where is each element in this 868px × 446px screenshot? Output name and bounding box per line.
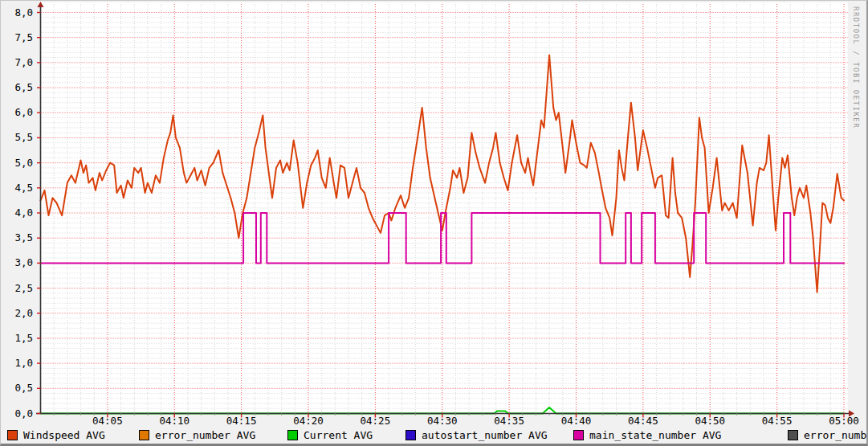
x-axis-label: 04:25	[361, 415, 391, 427]
legend-swatch-icon	[788, 430, 798, 440]
x-axis-label: 04:20	[293, 415, 324, 427]
legend-item-autostart-number-avg: autostart_number AVG	[405, 428, 548, 442]
legend-swatch-icon	[139, 430, 149, 440]
x-axis-label: 05:00	[829, 415, 859, 427]
y-axis-label: 2,0	[14, 307, 33, 319]
legend-label: main_state_number AVG	[589, 429, 721, 441]
legend-swatch-icon	[405, 430, 416, 440]
legend-swatch-icon	[287, 430, 298, 440]
x-axis-label: 04:45	[628, 415, 658, 427]
y-axis-label: 5,5	[14, 131, 33, 143]
y-axis-label: 2,5	[14, 282, 33, 294]
x-axis-label: 04:10	[159, 415, 189, 427]
legend-item-error-number-avg: error_number AVG	[139, 428, 255, 442]
y-axis-label: 1,0	[14, 357, 33, 369]
x-axis-label: 04:35	[494, 415, 524, 427]
legend-item-main-state-number-avg: main_state_number AVG	[573, 428, 721, 442]
y-axis-label: 4,5	[14, 182, 33, 194]
y-axis-label: 0,0	[14, 407, 33, 419]
y-axis-label: 4,0	[14, 207, 33, 219]
y-axis-label: 7,0	[14, 56, 33, 68]
legend-item-error-number-avg: error_number AVG	[788, 428, 868, 442]
rrdtool-watermark: RRDTOOL / TOBI OETIKER	[852, 6, 860, 129]
y-axis-label: 7,5	[14, 31, 33, 43]
x-axis-label: 04:40	[561, 415, 592, 427]
y-axis-label: 3,0	[14, 256, 33, 268]
legend-swatch-icon	[7, 430, 18, 440]
x-axis-label: 04:50	[695, 415, 725, 427]
legend-label: Current AVG	[304, 429, 373, 441]
x-axis-label: 04:30	[427, 415, 458, 427]
legend-swatch-icon	[573, 430, 584, 440]
chart-canvas: 0,00,51,01,52,02,53,03,54,04,55,05,56,06…	[1, 1, 868, 428]
legend-label: autostart_number AVG	[422, 429, 548, 441]
x-axis-label: 04:15	[226, 415, 257, 427]
rrdtool-graph-window: 0,00,51,01,52,02,53,03,54,04,55,05,56,06…	[0, 0, 868, 446]
y-axis-label: 3,5	[14, 231, 33, 243]
legend-item-windspeed-avg: Windspeed AVG	[7, 428, 105, 442]
x-axis-label: 04:55	[762, 415, 793, 427]
x-axis-label: 04:05	[92, 415, 123, 427]
chart-legend: Windspeed AVGerror_number AVGCurrent AVG…	[1, 428, 868, 444]
y-axis-label: 6,5	[14, 81, 33, 93]
legend-label: Windspeed AVG	[23, 429, 105, 441]
y-axis-label: 8,0	[14, 6, 33, 18]
legend-item-current-avg: Current AVG	[287, 428, 373, 442]
legend-label: error_number AVG	[155, 429, 255, 441]
legend-label: error_number AVG	[804, 429, 868, 441]
y-axis-label: 1,5	[14, 332, 33, 344]
y-axis-label: 0,5	[14, 382, 33, 394]
y-axis-label: 5,0	[14, 157, 33, 169]
y-axis-label: 6,0	[14, 106, 33, 118]
